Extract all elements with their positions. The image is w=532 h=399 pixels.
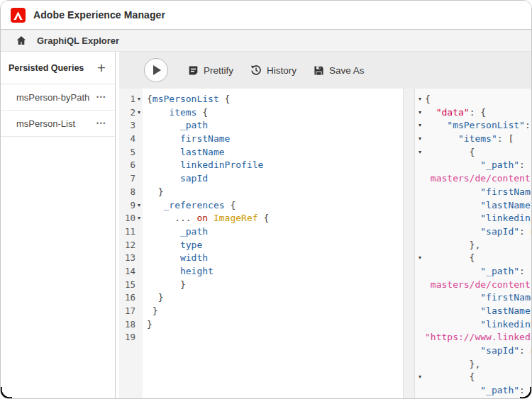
result-line: "linkedinProfile": xyxy=(415,318,531,332)
adobe-logo-icon xyxy=(11,8,26,23)
fold-spacer xyxy=(135,305,143,318)
fold-spacer xyxy=(415,344,425,358)
fold-spacer xyxy=(415,384,425,398)
code-line[interactable]: } xyxy=(147,186,403,199)
query-editor[interactable]: 1▾2▾3456789▾10▾111213141516171819 {msPer… xyxy=(119,89,403,398)
persisted-queries-title: Persisted Queries xyxy=(9,63,84,73)
line-number: 2 xyxy=(119,106,135,120)
line-number: 14 xyxy=(119,265,135,279)
fold-icon[interactable]: ▾ xyxy=(135,106,143,120)
breadcrumb-bar: GraphiQL Explorer xyxy=(1,29,531,52)
code-line[interactable]: type xyxy=(147,239,403,252)
result-line: "sapId": null xyxy=(415,225,531,239)
execute-button[interactable] xyxy=(144,58,168,82)
line-number: 6 xyxy=(119,159,135,172)
result-line: }, xyxy=(415,239,531,252)
code-line[interactable]: {msPersonList { xyxy=(147,93,403,106)
code-line[interactable]: ... on ImageRef { xyxy=(147,212,403,225)
fold-spacer xyxy=(415,186,425,199)
app-title: Adobe Experience Manager xyxy=(33,9,165,21)
fold-spacer xyxy=(415,212,425,225)
result-line: }, xyxy=(415,358,531,371)
code-line[interactable]: } xyxy=(147,291,403,305)
fold-spacer xyxy=(135,133,143,146)
fold-icon[interactable]: ▾ xyxy=(415,106,425,120)
result-line: ▾ { xyxy=(415,252,531,265)
fold-spacer xyxy=(415,159,425,172)
result-line: "lastName": xyxy=(415,305,531,318)
code-line[interactable]: height xyxy=(147,265,403,279)
result-line: "lastName": xyxy=(415,199,531,213)
line-number: 7 xyxy=(119,172,135,186)
fold-spacer xyxy=(135,172,143,186)
fold-icon[interactable]: ▾ xyxy=(415,93,425,106)
save-as-label: Save As xyxy=(329,65,365,76)
add-query-button[interactable]: + xyxy=(97,60,106,75)
code-line[interactable]: linkedinProfile xyxy=(147,159,403,172)
sidebar-item-label: msPerson-List xyxy=(16,118,75,129)
ellipsis-icon[interactable]: ••• xyxy=(96,94,106,101)
line-number: 16 xyxy=(119,291,135,305)
fold-spacer xyxy=(415,318,425,332)
fold-spacer xyxy=(415,279,425,292)
code-line[interactable]: items { xyxy=(147,106,403,120)
save-as-button[interactable]: Save As xyxy=(314,65,365,76)
history-label: History xyxy=(267,65,297,76)
fold-spacer xyxy=(135,186,143,199)
fold-spacer xyxy=(135,225,143,239)
result-line: "linkedinProfile": xyxy=(415,212,531,225)
fold-spacer xyxy=(415,305,425,318)
sidebar-item-label: msPerson-byPath xyxy=(16,92,89,103)
code-line[interactable]: } xyxy=(147,279,403,292)
result-line: "firstName": xyxy=(415,291,531,305)
code-line[interactable]: _path xyxy=(147,225,403,239)
result-line: ▾ "msPersonList": { xyxy=(415,119,531,133)
fold-icon[interactable]: ▾ xyxy=(135,212,143,225)
fold-icon[interactable]: ▾ xyxy=(415,119,425,133)
fold-spacer xyxy=(415,265,425,279)
home-icon[interactable] xyxy=(16,35,27,46)
fold-icon[interactable]: ▾ xyxy=(135,199,143,213)
result-line: ▾{ xyxy=(415,93,531,106)
code-line[interactable] xyxy=(147,331,403,344)
code-line[interactable]: width xyxy=(147,252,403,265)
fold-icon[interactable]: ▾ xyxy=(135,93,143,106)
line-number: 8 xyxy=(119,186,135,199)
ellipsis-icon[interactable]: ••• xyxy=(96,120,106,127)
line-number: 13 xyxy=(119,252,135,265)
code-line[interactable]: } xyxy=(147,305,403,318)
code-line[interactable]: lastName xyxy=(147,146,403,159)
result-line: "firstName": xyxy=(415,186,531,199)
fold-spacer xyxy=(415,172,425,186)
result-line: masters/de/content-f xyxy=(415,279,531,292)
fold-spacer xyxy=(135,279,143,292)
prettify-button[interactable]: Prettify xyxy=(188,65,233,76)
history-button[interactable]: History xyxy=(250,64,297,76)
fold-icon[interactable]: ▾ xyxy=(415,371,425,384)
query-editor-code[interactable]: {msPersonList { items { _path firstName … xyxy=(143,89,403,398)
result-line: ▾ "items": [ xyxy=(415,133,531,146)
line-number: 19 xyxy=(119,331,135,344)
fold-icon[interactable]: ▾ xyxy=(415,146,425,159)
fold-spacer xyxy=(135,239,143,252)
code-line[interactable]: sapId xyxy=(147,172,403,186)
fold-icon[interactable]: ▾ xyxy=(415,133,425,146)
pane-resize-handle[interactable] xyxy=(403,89,415,398)
code-line[interactable]: firstName xyxy=(147,133,403,146)
result-line: "sapId": null xyxy=(415,344,531,358)
sidebar-item-msperson-list[interactable]: msPerson-List ••• xyxy=(1,111,115,137)
code-line[interactable]: } xyxy=(147,318,403,332)
fold-spacer xyxy=(135,119,143,133)
code-line[interactable]: _path xyxy=(147,119,403,133)
fold-spacer xyxy=(135,265,143,279)
fold-spacer xyxy=(415,199,425,213)
results-panel: ▾{▾ "data": {▾ "msPersonList": {▾ "items… xyxy=(415,89,531,398)
fold-icon[interactable]: ▾ xyxy=(415,252,425,265)
code-line[interactable]: _references { xyxy=(147,199,403,213)
result-line: "https://www.linkedin xyxy=(415,331,531,344)
play-icon xyxy=(153,65,161,75)
fold-spacer xyxy=(415,331,425,344)
line-number: 17 xyxy=(119,305,135,318)
fold-spacer xyxy=(135,318,143,332)
sidebar-item-msperson-bypath[interactable]: msPerson-byPath ••• xyxy=(1,84,115,111)
